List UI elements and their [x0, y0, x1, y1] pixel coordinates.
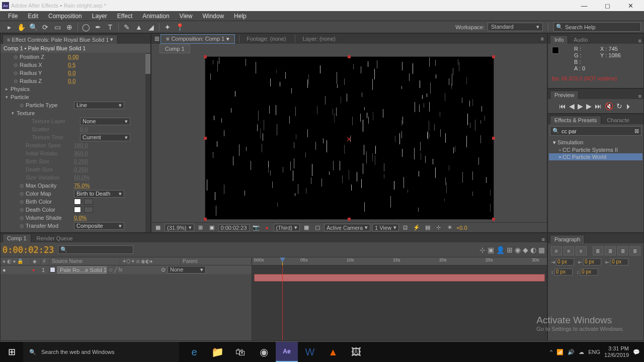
auto-keyframe-icon[interactable]: ◐: [530, 246, 536, 254]
viewer[interactable]: ✕: [151, 54, 547, 222]
menu-edit[interactable]: Edit: [23, 12, 43, 21]
timeline-comp-tab[interactable]: Comp 1: [3, 234, 31, 242]
audio-tab[interactable]: Audio: [569, 35, 592, 44]
current-time[interactable]: 0:00:02:23: [3, 245, 54, 255]
word-icon[interactable]: W: [299, 342, 321, 362]
info-tab[interactable]: Info: [550, 35, 568, 44]
timeline-search[interactable]: 🔍: [58, 245, 133, 254]
panel-menu-icon[interactable]: ≡: [638, 93, 641, 99]
property-row[interactable]: ⊙Particle TypeLine▾: [1, 101, 150, 109]
indent-first-field[interactable]: 0 px: [583, 258, 601, 265]
property-row[interactable]: Initial Rotatio360.0: [1, 149, 150, 157]
effects-search-input[interactable]: 🔍cc par⊠: [550, 126, 641, 136]
render-queue-tab[interactable]: Render Queue: [32, 234, 77, 242]
visibility-icon[interactable]: ●: [3, 267, 9, 273]
tray-clock[interactable]: 3:31 PM12/6/2019: [604, 345, 629, 358]
menu-file[interactable]: File: [3, 12, 23, 21]
search-help-input[interactable]: 🔍Search Help: [553, 22, 641, 32]
panel-menu-icon[interactable]: ≡: [638, 38, 641, 44]
mute-button[interactable]: 🔇: [605, 102, 613, 110]
ram-preview-button[interactable]: ⏵: [625, 102, 632, 110]
transform-handle[interactable]: [204, 218, 207, 221]
paragraph-tab[interactable]: Paragraph: [550, 235, 585, 243]
chrome-icon[interactable]: ◉: [253, 342, 275, 362]
current-time-indicator[interactable]: [282, 265, 283, 340]
property-row[interactable]: ⊙Transfer ModComposite▾: [1, 222, 150, 230]
effects-presets-tab[interactable]: Effects & Presets: [550, 116, 601, 124]
panel-menu-icon[interactable]: ≡: [541, 36, 544, 42]
close-button[interactable]: ✕: [619, 0, 642, 11]
transparency-icon[interactable]: ▦: [302, 224, 311, 232]
photos-icon[interactable]: 🖼: [345, 342, 367, 362]
resolution-icon[interactable]: ⊞: [196, 224, 205, 232]
property-row[interactable]: Size Variation50.0%: [1, 173, 150, 182]
next-frame-button[interactable]: ▶: [586, 102, 592, 110]
col-source[interactable]: Source Name: [50, 258, 120, 264]
space-after-field[interactable]: 0 px: [580, 268, 598, 276]
flowchart-icon[interactable]: ⊞: [154, 35, 159, 42]
loop-button[interactable]: ↻: [616, 102, 622, 110]
property-row[interactable]: Death Size0.250: [1, 165, 150, 173]
view-select[interactable]: 1 View▾: [372, 224, 399, 231]
start-button[interactable]: ⊞: [0, 342, 23, 362]
menu-layer[interactable]: Layer: [87, 12, 112, 21]
graph-editor-icon[interactable]: ▦: [538, 246, 545, 254]
camera-tool-icon[interactable]: ▭: [51, 22, 63, 32]
tray-onedrive-icon[interactable]: ☁: [579, 349, 584, 355]
property-row[interactable]: ⊙Radius Z0.0: [1, 77, 150, 85]
composition-tab[interactable]: ≡ Composition: Comp 1 ▾: [160, 34, 235, 44]
justify-right-button[interactable]: ≣: [617, 246, 628, 255]
property-row[interactable]: Scatter0.0: [1, 125, 150, 133]
alpha-toggle-icon[interactable]: ▦: [153, 224, 163, 232]
explorer-icon[interactable]: 📁: [206, 342, 228, 362]
space-before-field[interactable]: 0 px: [554, 268, 573, 276]
shape-tool-icon[interactable]: ◯: [80, 22, 92, 32]
last-frame-button[interactable]: ⏭: [595, 102, 602, 110]
parent-select[interactable]: None▾: [168, 266, 206, 274]
vlc-icon[interactable]: ▲: [322, 342, 344, 362]
panel-menu-icon[interactable]: ≡: [542, 236, 545, 242]
roto-tool-icon[interactable]: ✦: [162, 22, 174, 32]
zoom-tool-icon[interactable]: 🔍: [27, 22, 39, 32]
motion-blur-icon[interactable]: ◉: [515, 246, 521, 254]
property-row[interactable]: ▸Physics: [1, 85, 150, 93]
transform-handle[interactable]: [348, 218, 351, 221]
time-ruler[interactable]: b00s05s10s15s20s25s30s: [252, 257, 547, 265]
maximize-button[interactable]: ◻: [596, 0, 619, 11]
justify-all-button[interactable]: ≣: [629, 246, 640, 255]
effect-item-selected[interactable]: ▫ CC Particle World: [549, 153, 642, 160]
property-row[interactable]: ⊙Position Z0.00: [1, 53, 150, 61]
property-row[interactable]: ⊙Death Color: [1, 206, 150, 214]
selection-tool-icon[interactable]: ▸: [3, 22, 15, 32]
align-left-button[interactable]: ≡: [551, 246, 562, 255]
exposure-value[interactable]: +0.0: [456, 225, 467, 231]
clone-tool-icon[interactable]: ▲: [133, 22, 145, 32]
exposure-icon[interactable]: ☀: [445, 224, 454, 232]
property-row[interactable]: ⊙Radius X0.5: [1, 61, 150, 69]
timeline-icon[interactable]: ▤: [423, 224, 432, 232]
indent-right-field[interactable]: 0 px: [610, 258, 628, 265]
flowchart-icon[interactable]: ⊹: [434, 224, 443, 232]
property-row[interactable]: Texture TimeCurrent▾: [1, 133, 150, 141]
puppet-tool-icon[interactable]: 📍: [174, 22, 186, 32]
justify-center-button[interactable]: ≣: [605, 246, 616, 255]
property-row[interactable]: ⊙Radius Y0.0: [1, 69, 150, 77]
property-row[interactable]: Texture LayerNone▾: [1, 117, 150, 125]
transform-handle[interactable]: [204, 137, 207, 140]
category-simulation[interactable]: ▾ Simulation: [549, 139, 642, 146]
property-row[interactable]: Rotation Spee180.0: [1, 141, 150, 149]
property-row[interactable]: ⊙Birth Color: [1, 198, 150, 206]
menu-view[interactable]: View: [175, 12, 198, 21]
pixel-aspect-icon[interactable]: ⊡: [401, 224, 410, 232]
tray-chevron-icon[interactable]: ^: [550, 349, 552, 355]
clear-icon[interactable]: ⊠: [634, 128, 639, 134]
menu-help[interactable]: Help: [229, 12, 252, 21]
prev-frame-button[interactable]: ◀: [569, 102, 575, 110]
property-row[interactable]: ⊙Color MapBirth to Death▾: [1, 190, 150, 198]
time-display[interactable]: 0:00:02:23: [218, 224, 250, 231]
pan-behind-tool-icon[interactable]: ⊕: [63, 22, 75, 32]
footage-tab[interactable]: Footage: (none): [239, 35, 291, 43]
after-effects-icon[interactable]: Ae: [276, 342, 298, 362]
comp-breadcrumb[interactable]: Comp 1: [159, 44, 190, 53]
menu-composition[interactable]: Composition: [43, 12, 87, 21]
